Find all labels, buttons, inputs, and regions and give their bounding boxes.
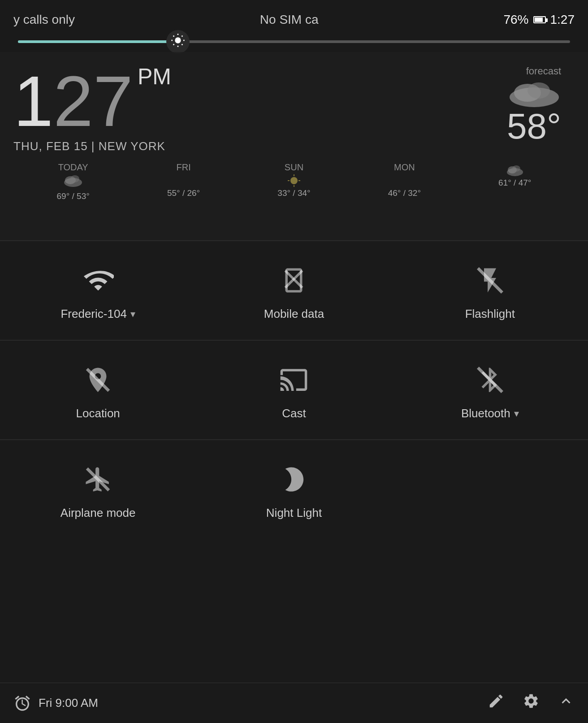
spacer — [0, 539, 588, 566]
wifi-label-row: Frederic-104 ▾ — [61, 307, 135, 321]
weather-temp: 58° — [507, 106, 561, 147]
qs-grid-row1: Frederic-104 ▾ Mobile data — [0, 246, 588, 335]
status-calls: y calls only — [13, 13, 75, 27]
qs-tile-bluetooth[interactable]: Bluetooth ▾ — [392, 345, 588, 435]
qs-tile-nightlight[interactable]: Night Light — [196, 445, 392, 534]
svg-line-4 — [182, 44, 183, 45]
brightness-fill — [18, 40, 184, 43]
svg-line-8 — [182, 35, 183, 36]
brightness-thumb[interactable] — [166, 30, 190, 53]
bluetooth-chevron-icon: ▾ — [514, 408, 519, 420]
forecast-row: TODAY 69° / 53° FRI 55° / 26° SUN — [13, 158, 575, 206]
wifi-icon — [80, 262, 116, 298]
qs-tile-location[interactable]: Location — [0, 345, 196, 435]
svg-point-14 — [70, 175, 79, 182]
qs-tile-flashlight[interactable]: Flashlight — [392, 246, 588, 335]
forecast-label: forecast — [507, 65, 561, 77]
brightness-track[interactable] — [18, 40, 570, 43]
cast-label: Cast — [282, 407, 306, 420]
weather-widget: forecast 58° — [507, 65, 561, 147]
footer-alarm-text: Fri 9:00 AM — [39, 696, 98, 710]
cast-icon — [276, 362, 312, 398]
clock-date: THU, FEB 15 | NEW YORK — [13, 139, 171, 153]
clock-hour: 1 — [13, 61, 53, 141]
status-bar: y calls only No SIM ca 76% 1:27 — [0, 0, 588, 36]
bluetooth-icon — [472, 362, 508, 398]
location-icon — [80, 362, 116, 398]
qs-section-row3: Airplane mode Night Light — [0, 440, 588, 539]
svg-point-15 — [290, 177, 298, 184]
mobile-data-label: Mobile data — [264, 307, 324, 321]
qs-section-row1: Frederic-104 ▾ Mobile data — [0, 241, 588, 340]
nightlight-icon — [276, 461, 312, 497]
svg-point-22 — [512, 165, 520, 172]
airplane-label: Airplane mode — [61, 506, 136, 520]
battery-percentage: 76% — [503, 13, 528, 27]
mobile-data-icon — [276, 262, 312, 298]
svg-point-0 — [175, 37, 181, 43]
qs-tile-cast[interactable]: Cast — [196, 345, 392, 435]
bluetooth-label-row: Bluetooth ▾ — [461, 407, 519, 420]
brightness-sun-icon — [171, 33, 185, 51]
forecast-fri: FRI 55° / 26° — [167, 162, 200, 201]
qs-section-row2: Location Cast Bluetooth ▾ — [0, 341, 588, 439]
qs-grid-row2: Location Cast Bluetooth ▾ — [0, 345, 588, 435]
clock-widget: 127PM THU, FEB 15 | NEW YORK forecast 58… — [0, 52, 588, 240]
footer-action-icons — [488, 693, 575, 714]
qs-tile-wifi[interactable]: Frederic-104 ▾ — [0, 246, 196, 335]
forecast-sun: SUN 33° / 34° — [277, 162, 310, 201]
clock-time: 127PM — [13, 56, 171, 137]
clock-ampm: PM — [138, 64, 171, 89]
wifi-label: Frederic-104 — [61, 307, 126, 321]
settings-icon[interactable] — [523, 693, 540, 714]
flashlight-icon — [472, 262, 508, 298]
weather-cloud-icon — [507, 77, 561, 110]
status-time: 1:27 — [550, 13, 575, 27]
collapse-icon[interactable] — [558, 693, 575, 714]
qs-tile-mobile-data[interactable]: Mobile data — [196, 246, 392, 335]
qs-grid-row3: Airplane mode Night Light — [0, 445, 588, 534]
footer: Fri 9:00 AM — [0, 683, 588, 723]
qs-tile-airplane[interactable]: Airplane mode — [0, 445, 196, 534]
battery-icon — [533, 16, 546, 23]
edit-icon[interactable] — [488, 693, 505, 714]
status-sim: No SIM ca — [260, 13, 319, 27]
wifi-chevron-icon: ▾ — [130, 308, 135, 320]
airplane-icon — [80, 461, 116, 497]
status-right: 76% 1:27 — [503, 13, 575, 27]
qs-tile-empty — [392, 445, 588, 534]
brightness-slider-container — [0, 36, 588, 52]
svg-line-3 — [173, 35, 174, 36]
alarm-icon — [13, 694, 31, 712]
forecast-mon: MON 46° / 32° — [388, 162, 421, 201]
location-label: Location — [76, 407, 120, 420]
flashlight-label: Flashlight — [465, 307, 515, 321]
footer-alarm[interactable]: Fri 9:00 AM — [13, 694, 488, 712]
forecast-extra: 61° / 47° — [498, 162, 531, 201]
clock-minute: 27 — [53, 61, 133, 141]
nightlight-label: Night Light — [266, 506, 322, 520]
svg-line-7 — [173, 44, 174, 45]
forecast-today: TODAY 69° / 53° — [57, 162, 90, 201]
bluetooth-label: Bluetooth — [461, 407, 510, 420]
svg-point-11 — [527, 82, 550, 99]
